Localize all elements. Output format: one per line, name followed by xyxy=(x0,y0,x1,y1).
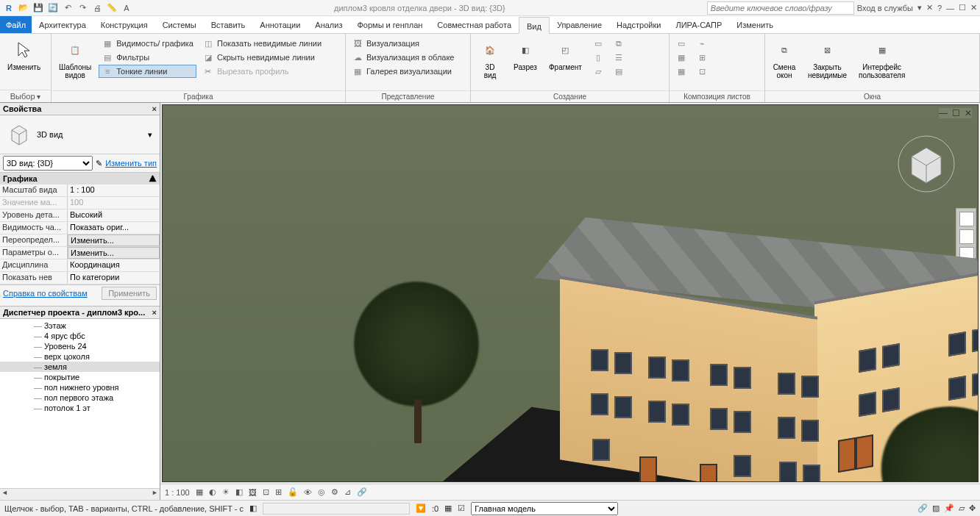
browser-item[interactable]: 3этаж xyxy=(0,320,160,331)
modify-button[interactable]: Изменить xyxy=(3,37,45,73)
chevron-down-icon[interactable]: ▾ xyxy=(148,130,152,140)
wheel-icon[interactable] xyxy=(959,212,974,226)
edit-type-link[interactable]: Изменить тип xyxy=(105,159,157,168)
analytical-icon[interactable]: ⊿ xyxy=(344,487,351,497)
login-link[interactable]: Вход в службы xyxy=(857,4,913,12)
minimize-icon[interactable]: — xyxy=(946,4,954,12)
tab-systems[interactable]: Системы xyxy=(155,16,204,33)
elev-button[interactable]: ▯ xyxy=(589,51,607,64)
browser-item[interactable]: верх цоколя xyxy=(0,351,160,362)
filters-button[interactable]: ▤Фильтры xyxy=(99,51,196,64)
property-row[interactable]: Уровень дета...Высокий xyxy=(0,209,160,222)
crop-show-icon[interactable]: ⊞ xyxy=(275,487,282,497)
browser-item[interactable]: пол нижнего уровня xyxy=(0,382,160,393)
workset-icon[interactable]: ▦ xyxy=(444,504,452,513)
redo-icon[interactable]: ↷ xyxy=(77,2,88,14)
render-button[interactable]: 🖼Визуализация xyxy=(349,37,458,50)
help-icon[interactable]: ? xyxy=(937,4,942,12)
reveal-hidden-icon[interactable]: ◎ xyxy=(318,487,325,497)
drag-elements-icon[interactable]: ✥ xyxy=(969,504,976,513)
view-minimize-icon[interactable]: — xyxy=(939,108,948,118)
tab-analyze[interactable]: Анализ xyxy=(308,16,349,33)
select-links-icon[interactable]: 🔗 xyxy=(917,504,928,513)
temp-hide-icon[interactable]: 👁 xyxy=(304,488,312,497)
3d-view-button[interactable]: 🏠 3D вид xyxy=(474,37,506,81)
tab-structure[interactable]: Конструкция xyxy=(93,16,155,33)
show-hidden-button[interactable]: ◫Показать невидимые линии xyxy=(199,37,324,50)
render-cloud-button[interactable]: ☁Визуализация в облаке xyxy=(349,51,458,64)
thin-lines-button[interactable]: ≡Тонкие линии xyxy=(99,65,196,78)
shadows-icon[interactable]: ◧ xyxy=(235,487,243,497)
properties-close-button[interactable]: × xyxy=(152,104,157,113)
plan-views-button[interactable]: ▭ xyxy=(589,37,607,50)
undo-icon[interactable]: ↶ xyxy=(62,2,74,14)
browser-item[interactable]: покрытие xyxy=(0,372,160,382)
apply-button[interactable]: Применить xyxy=(102,287,157,300)
browser-item[interactable]: земля xyxy=(0,362,160,372)
fragment-button[interactable]: ◰ Фрагмент xyxy=(544,37,586,73)
viewref-button[interactable]: ⊞ xyxy=(693,51,711,64)
tab-insert[interactable]: Вставить xyxy=(204,16,253,33)
tab-architecture[interactable]: Архитектура xyxy=(32,16,93,33)
tab-addins[interactable]: Надстройки xyxy=(609,16,668,33)
pan-icon[interactable] xyxy=(959,229,974,244)
dup-view-button[interactable]: ⧉ xyxy=(610,37,628,50)
legends-button[interactable]: ☰ xyxy=(610,51,628,64)
half-tone-icon[interactable]: ◧ xyxy=(249,504,257,513)
hide-hidden-button[interactable]: ◪Скрыть невидимые линии xyxy=(199,51,324,64)
print-icon[interactable]: 🖨 xyxy=(91,2,103,14)
property-row[interactable]: Переопредел...Изменить... xyxy=(0,234,160,247)
detail-level-icon[interactable]: ▦ xyxy=(196,487,203,497)
open-icon[interactable]: 📂 xyxy=(18,2,29,14)
search-input[interactable] xyxy=(707,1,854,15)
measure-icon[interactable]: 📏 xyxy=(106,2,118,14)
drafting-button[interactable]: ▱ xyxy=(589,65,607,78)
property-row[interactable]: Масштаб вида1 : 100 xyxy=(0,184,160,197)
edit-type-icon[interactable]: ✎ xyxy=(96,159,102,168)
switch-windows-button[interactable]: ⧉ Смена окон xyxy=(768,37,800,81)
tab-collaborate[interactable]: Совместная работа xyxy=(430,16,519,33)
browser-item[interactable]: потолок 1 эт xyxy=(0,403,160,413)
3d-viewport[interactable]: — ☐ ✕ xyxy=(162,104,979,482)
restore-icon[interactable]: ☐ xyxy=(959,3,966,12)
property-row[interactable]: Показать невПо категории xyxy=(0,272,160,284)
tab-manage[interactable]: Управление xyxy=(550,16,609,33)
tab-view[interactable]: Вид xyxy=(519,17,550,34)
sheet-button[interactable]: ▭ xyxy=(672,37,690,50)
section-button[interactable]: ◧ Разрез xyxy=(509,37,542,73)
app-menu-icon[interactable]: R xyxy=(3,2,15,14)
view-templates-button[interactable]: 📋 Шаблоны видов xyxy=(54,37,96,81)
type-selector[interactable]: 3D вид ▾ xyxy=(0,115,160,154)
filter-icon[interactable]: 🔽 xyxy=(416,504,426,513)
tab-modify[interactable]: Изменить xyxy=(729,16,781,33)
select-underlay-icon[interactable]: ▨ xyxy=(932,504,940,513)
sync-icon[interactable]: 🔄 xyxy=(47,2,59,14)
property-group-graphics[interactable]: Графика⯅ xyxy=(0,173,160,184)
visual-style-icon[interactable]: ◐ xyxy=(209,487,216,497)
matchline-button[interactable]: ⌁ xyxy=(693,37,711,50)
guide-grid-button[interactable]: ▦ xyxy=(672,65,690,78)
tab-lira[interactable]: ЛИРА-САПР xyxy=(668,16,729,33)
browser-item[interactable]: пол первого этажа xyxy=(0,393,160,403)
close-icon[interactable]: ✕ xyxy=(970,3,977,12)
wtf-icon[interactable]: ⚙ xyxy=(331,487,338,497)
render-dialog-icon[interactable]: 🖼 xyxy=(249,488,257,497)
visibility-graphics-button[interactable]: ▦Видимость/ графика xyxy=(99,37,196,50)
view-maximize-icon[interactable]: ☐ xyxy=(952,108,960,118)
render-gallery-button[interactable]: ▦Галерея визуализации xyxy=(349,65,458,78)
revisions-button[interactable]: ▦ xyxy=(672,51,690,64)
text-icon[interactable]: A xyxy=(121,2,132,14)
viewcube[interactable] xyxy=(897,135,956,193)
instance-selector[interactable]: 3D вид: {3D} xyxy=(3,156,93,171)
select-pinned-icon[interactable]: 📌 xyxy=(944,504,954,513)
properties-help-link[interactable]: Справка по свойствам xyxy=(3,289,88,298)
unlock-view-icon[interactable]: 🔓 xyxy=(288,487,298,497)
exchange-icon[interactable]: ✕ xyxy=(926,3,933,12)
save-icon[interactable]: 💾 xyxy=(32,2,44,14)
property-row[interactable]: Значение ма...100 xyxy=(0,197,160,209)
editable-icon[interactable]: ☑ xyxy=(458,504,465,513)
type-selector-status[interactable] xyxy=(263,503,410,515)
browser-item[interactable]: Уровень 24 xyxy=(0,341,160,351)
property-row[interactable]: Параметры о...Изменить... xyxy=(0,247,160,259)
viewports-button[interactable]: ⊡ xyxy=(693,65,711,78)
